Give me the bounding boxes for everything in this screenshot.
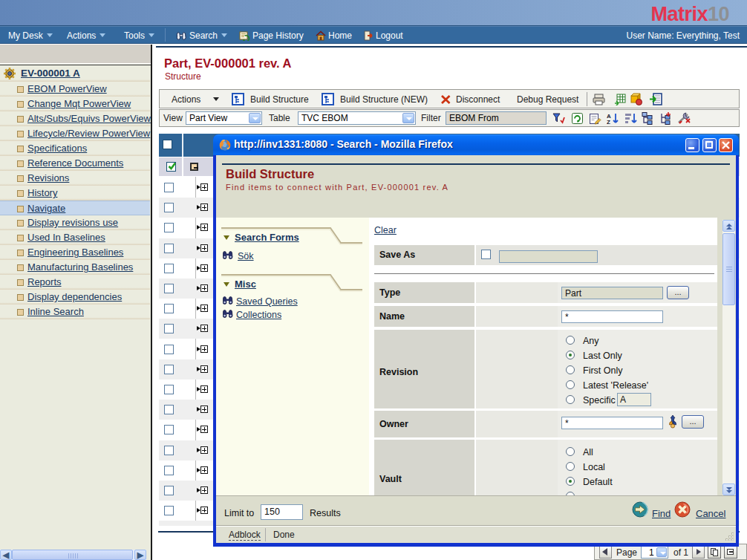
svg-text:Z: Z <box>607 119 610 125</box>
